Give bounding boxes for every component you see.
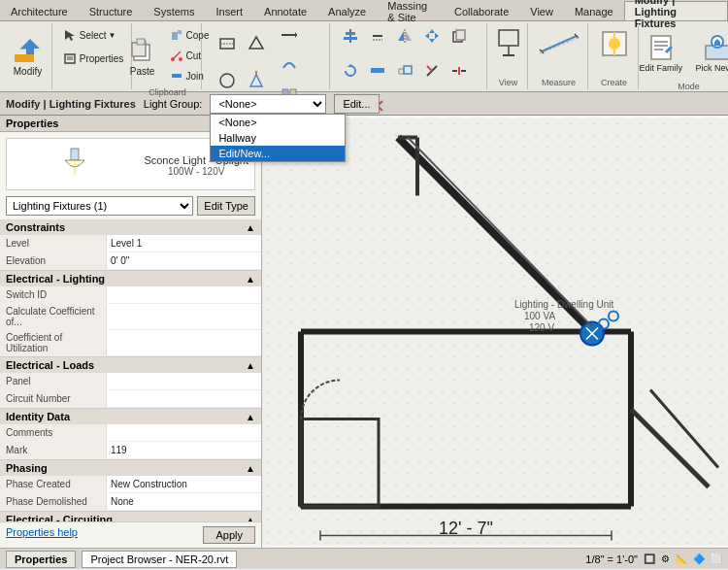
tab-insert[interactable]: Insert (206, 1, 254, 20)
svg-rect-28 (344, 37, 357, 40)
project-browser-tab[interactable]: Project Browser - NER-20.rvt (82, 551, 237, 568)
svg-rect-43 (380, 68, 384, 73)
phasing-title: Phasing (6, 462, 48, 474)
pick-host-button[interactable]: Pick New Hos... (691, 25, 729, 80)
tab-systems[interactable]: Systems (143, 1, 205, 20)
array-btn[interactable] (365, 60, 390, 93)
properties-tab[interactable]: Properties (6, 551, 76, 568)
section-phasing: Phasing ▲ Phase Created New Construction… (0, 460, 261, 512)
svg-rect-16 (172, 74, 182, 78)
select-label: Select (80, 30, 107, 41)
status-icon-5: ⬜ (711, 553, 722, 564)
ribbon-group-select: Select ▼ Properties (54, 23, 132, 89)
geometry-btn-2[interactable] (243, 32, 270, 67)
view-btn[interactable] (494, 26, 523, 75)
svg-marker-37 (435, 33, 439, 39)
type-selector: Lighting Fixtures (1) Edit Type (6, 196, 255, 216)
modify-icon (13, 35, 44, 66)
ribbon-group-modify: Modify (4, 23, 52, 89)
constraint-elevation-value[interactable]: 0' 0" (107, 252, 261, 269)
ribbon-group-create: Create (590, 23, 639, 89)
mode-content: Edit Family Pick New Hos... (635, 25, 729, 80)
svg-rect-10 (137, 39, 145, 45)
section-identity-header[interactable]: Identity Data ▲ (0, 409, 261, 424)
comments-value[interactable] (107, 424, 261, 441)
modify-label: Modify (14, 66, 42, 77)
move-btn[interactable] (419, 25, 445, 58)
dropdown-overlay: <None> Hallway Edit/New... (210, 114, 346, 162)
align-btn[interactable] (338, 25, 363, 58)
svg-text:120 V: 120 V (529, 322, 554, 333)
ribbon-group-measure: Measure (530, 23, 588, 89)
tab-collaborate[interactable]: Collaborate (444, 1, 519, 20)
light-group-edit-button[interactable]: Edit... (334, 94, 379, 114)
apply-button[interactable]: Apply (203, 526, 255, 544)
tab-architecture[interactable]: Architecture (0, 1, 79, 20)
offset-btn[interactable] (365, 25, 390, 58)
copy-btn[interactable] (447, 25, 472, 58)
svg-text:Lighting - Dwelling Unit: Lighting - Dwelling Unit (514, 299, 613, 310)
calc-coeff-row: Calculate Coefficient of... (0, 304, 261, 330)
modify-group-content: Modify (8, 25, 49, 85)
cut-icon (169, 48, 184, 63)
rotate-btn[interactable] (338, 60, 363, 93)
section-electrical-loads-header[interactable]: Electrical - Loads ▲ (0, 357, 261, 373)
scale-btn[interactable] (392, 60, 417, 93)
trim-btn[interactable] (419, 60, 445, 93)
elec-loads-title: Electrical - Loads (6, 359, 94, 371)
geometry-btn-5[interactable] (276, 25, 303, 52)
tab-modify-lighting[interactable]: Modify | Lighting Fixtures (624, 1, 728, 20)
create-btn[interactable] (595, 26, 634, 75)
phase-created-label: Phase Created (0, 476, 107, 492)
switch-id-label: Switch ID (0, 286, 107, 303)
switch-id-value[interactable] (107, 286, 261, 303)
geometry-btn-6[interactable] (276, 54, 303, 82)
light-group-dropdown[interactable]: <None> Hallway Edit/New... (210, 94, 326, 114)
tab-structure[interactable]: Structure (79, 1, 144, 20)
geometry-btn-1[interactable] (214, 32, 241, 67)
properties-help-link[interactable]: Properties help (6, 526, 78, 538)
tab-manage[interactable]: Manage (564, 1, 624, 20)
section-constraints-header[interactable]: Constraints ▲ (0, 219, 261, 235)
dropdown-edit-new[interactable]: Edit/New... (211, 146, 345, 161)
mark-value[interactable]: 119 (107, 442, 261, 458)
tab-view[interactable]: View (519, 1, 564, 20)
modify-button[interactable]: Modify (8, 28, 49, 83)
tab-annotate[interactable]: Annotate (253, 1, 317, 20)
paste-button[interactable]: Paste (122, 28, 163, 83)
constraint-level-row: Level Level 1 (0, 235, 261, 252)
status-bar: Properties Project Browser - NER-20.rvt … (0, 548, 728, 569)
panel-value[interactable] (107, 373, 261, 389)
canvas-area[interactable]: 12' - 7" Lighting - Dwelling Unit 100 VA… (262, 116, 728, 548)
calc-coeff-label: Calculate Coefficient of... (0, 304, 107, 329)
section-electrical-lighting: Electrical - Lighting ▲ Switch ID Calcul… (0, 271, 261, 357)
select-button[interactable]: Select ▼ (58, 25, 120, 45)
type-dropdown[interactable]: Lighting Fixtures (1) (6, 196, 193, 216)
svg-marker-33 (406, 31, 412, 41)
measure-label: Measure (542, 78, 576, 87)
section-phasing-header[interactable]: Phasing ▲ (0, 460, 261, 476)
svg-rect-66 (651, 36, 671, 59)
paste-icon (127, 35, 158, 66)
properties-button[interactable]: Properties (58, 49, 128, 68)
mirror-btn[interactable] (392, 25, 417, 58)
ribbon-group-clipboard: Paste Cope Cut (134, 23, 202, 89)
svg-rect-0 (15, 54, 34, 62)
tab-analyze[interactable]: Analyze (317, 1, 377, 20)
comments-row: Comments (0, 424, 261, 442)
circuit-value[interactable] (107, 390, 261, 407)
tab-massing[interactable]: Massing & Site (377, 1, 444, 20)
dropdown-none[interactable]: <None> (211, 115, 345, 130)
section-electrical-lighting-header[interactable]: Electrical - Lighting ▲ (0, 271, 261, 286)
select-icon (62, 27, 78, 43)
edit-family-button[interactable]: Edit Family (635, 25, 687, 80)
paste-label: Paste (130, 66, 155, 77)
phase-created-row: Phase Created New Construction (0, 476, 261, 493)
edit-type-button[interactable]: Edit Type (197, 196, 255, 216)
phase-demolished-row: Phase Demolished None (0, 493, 261, 511)
panel-content: Sconce Light - Uplight 100W - 120V Light… (0, 132, 261, 521)
dropdown-hallway[interactable]: Hallway (211, 130, 345, 146)
split-btn[interactable] (447, 60, 472, 93)
measure-btn[interactable] (535, 26, 583, 75)
section-elec-circuiting-header[interactable]: Electrical - Circuiting ▲ (0, 512, 261, 521)
